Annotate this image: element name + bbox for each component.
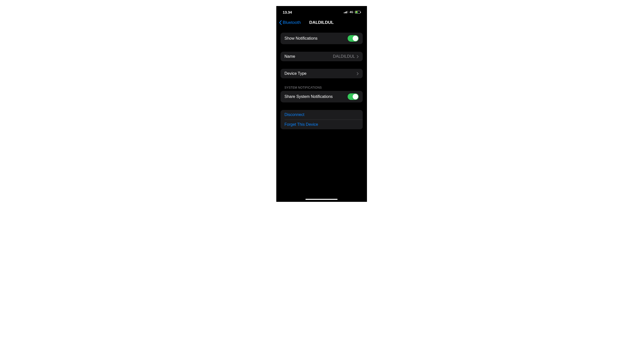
back-button[interactable]: Bluetooth [276, 20, 301, 25]
page-title: DALDILDUL [309, 20, 334, 25]
device-type-label: Device Type [285, 71, 307, 76]
disconnect-button[interactable]: Disconnect [281, 110, 363, 119]
show-notifications-label: Show Notifications [285, 36, 318, 41]
row-name[interactable]: Name DALDILDUL [281, 52, 363, 61]
chevron-right-icon [357, 55, 359, 58]
row-show-notifications[interactable]: Show Notifications [281, 33, 363, 44]
cellular-signal-icon [344, 11, 348, 13]
chevron-left-icon [279, 20, 282, 25]
row-device-type[interactable]: Device Type [281, 69, 363, 78]
battery-icon: ⚡ [355, 11, 360, 14]
section-name: Name DALDILDUL [281, 52, 363, 61]
section-actions: Disconnect Forget This Device [281, 110, 363, 129]
home-indicator[interactable] [305, 199, 338, 200]
forget-device-button[interactable]: Forget This Device [285, 119, 363, 129]
row-share-system-notifications[interactable]: Share System Notifications [281, 91, 363, 102]
charging-icon: ⚡ [355, 11, 358, 13]
section-device-type: Device Type [281, 69, 363, 78]
status-right: 4G ⚡ [344, 11, 360, 14]
status-bar: 13.34 4G ⚡ [276, 6, 367, 16]
system-notifications-header: System Notifications [281, 86, 363, 91]
settings-content: Show Notifications Name DALDILDUL [276, 33, 367, 129]
status-time: 13.34 [283, 10, 292, 14]
phone-screen: 13.34 4G ⚡ Bluetooth DALDILDUL [276, 6, 367, 202]
network-type: 4G [350, 11, 353, 14]
share-system-notifications-toggle[interactable] [348, 93, 359, 100]
name-label: Name [285, 54, 295, 59]
back-label: Bluetooth [283, 20, 301, 25]
show-notifications-toggle[interactable] [348, 35, 359, 42]
forget-device-label: Forget This Device [285, 122, 318, 127]
navigation-bar: Bluetooth DALDILDUL [276, 17, 367, 28]
chevron-right-icon [357, 72, 359, 75]
section-show-notifications: Show Notifications [281, 33, 363, 44]
share-system-notifications-label: Share System Notifications [285, 94, 333, 99]
device-type-chevron-wrap [357, 72, 359, 75]
section-system-notifications: Share System Notifications [281, 91, 363, 102]
name-value-group: DALDILDUL [333, 54, 358, 59]
disconnect-label: Disconnect [285, 112, 304, 117]
name-value: DALDILDUL [333, 54, 355, 59]
